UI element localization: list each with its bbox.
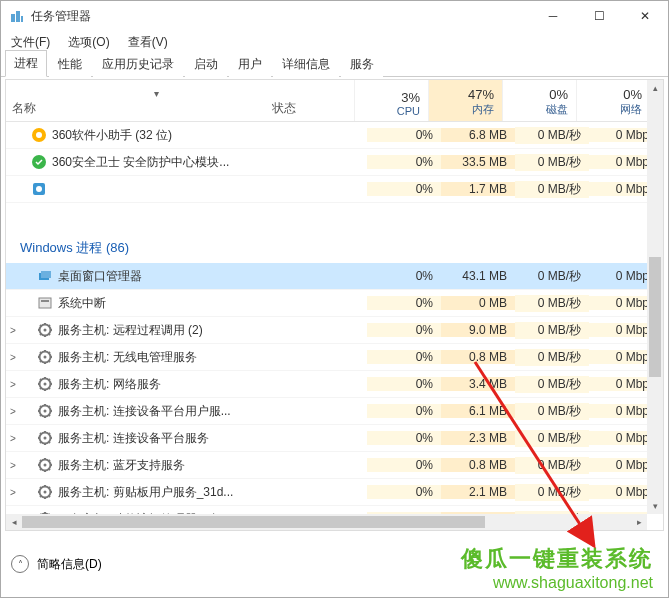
cell-disk: 0 MB/秒 bbox=[515, 403, 589, 420]
app-icon bbox=[9, 8, 25, 24]
cell-cpu: 0% bbox=[367, 431, 441, 445]
expand-icon[interactable]: > bbox=[6, 487, 20, 498]
maximize-button[interactable]: ☐ bbox=[576, 1, 622, 31]
disk-label: 磁盘 bbox=[546, 102, 568, 117]
svg-point-43 bbox=[44, 410, 47, 413]
table-row[interactable]: 360软件小助手 (32 位)0%6.8 MB0 MB/秒0 Mbps bbox=[6, 122, 663, 149]
tab-services[interactable]: 服务 bbox=[341, 51, 383, 77]
svg-line-41 bbox=[49, 379, 51, 381]
expand-icon[interactable]: > bbox=[6, 460, 20, 471]
svg-rect-1 bbox=[16, 11, 20, 22]
process-name: 服务主机: 连接设备平台服务 bbox=[58, 430, 367, 447]
column-headers: ▾ 名称 状态 3% CPU 47% 内存 0% 磁盘 0% 网络 bbox=[6, 80, 663, 122]
svg-line-50 bbox=[40, 415, 42, 417]
process-name: 服务主机: 远程过程调用 (2) bbox=[58, 322, 367, 339]
scrollbar-horizontal[interactable]: ◂ ▸ bbox=[6, 514, 647, 530]
window-buttons: ─ ☐ ✕ bbox=[530, 1, 668, 31]
tab-startup[interactable]: 启动 bbox=[185, 51, 227, 77]
scroll-v-thumb[interactable] bbox=[649, 257, 661, 378]
watermark-title: 傻瓜一键重装系统 bbox=[461, 544, 653, 574]
close-button[interactable]: ✕ bbox=[622, 1, 668, 31]
cell-mem: 43.1 MB bbox=[441, 269, 515, 283]
col-net[interactable]: 0% 网络 bbox=[576, 80, 650, 121]
scroll-h-track[interactable] bbox=[22, 514, 631, 530]
table-row[interactable]: >服务主机: 无线电管理服务0%0.8 MB0 MB/秒0 Mbps bbox=[6, 344, 663, 371]
cell-cpu: 0% bbox=[367, 296, 441, 310]
process-icon bbox=[36, 483, 54, 501]
svg-line-30 bbox=[40, 361, 42, 363]
tab-users[interactable]: 用户 bbox=[229, 51, 271, 77]
menu-options[interactable]: 选项(O) bbox=[64, 32, 113, 53]
col-name[interactable]: 名称 bbox=[6, 80, 266, 121]
expand-icon[interactable]: > bbox=[6, 433, 20, 444]
scroll-up-icon[interactable]: ▴ bbox=[647, 80, 663, 96]
cell-mem: 0.8 MB bbox=[441, 458, 515, 472]
table-row[interactable]: >服务主机: 蓝牙支持服务0%0.8 MB0 MB/秒0 Mbps bbox=[6, 452, 663, 479]
table-row[interactable]: >服务主机: 剪贴板用户服务_31d...0%2.1 MB0 MB/秒0 Mbp… bbox=[6, 479, 663, 506]
svg-point-23 bbox=[44, 356, 47, 359]
svg-rect-2 bbox=[21, 16, 23, 22]
minimize-button[interactable]: ─ bbox=[530, 1, 576, 31]
expand-icon[interactable]: > bbox=[6, 379, 20, 390]
col-disk[interactable]: 0% 磁盘 bbox=[502, 80, 576, 121]
process-icon bbox=[36, 294, 54, 312]
collapse-icon[interactable]: ˄ bbox=[11, 555, 29, 573]
table-row[interactable]: 360安全卫士 安全防护中心模块...0%33.5 MB0 MB/秒0 Mbps bbox=[6, 149, 663, 176]
cell-cpu: 0% bbox=[367, 155, 441, 169]
tab-processes[interactable]: 进程 bbox=[5, 50, 47, 77]
cell-mem: 6.1 MB bbox=[441, 404, 515, 418]
col-mem[interactable]: 47% 内存 bbox=[428, 80, 502, 121]
menu-view[interactable]: 查看(V) bbox=[124, 32, 172, 53]
table-row[interactable]: >服务主机: 连接设备平台用户服...0%6.1 MB0 MB/秒0 Mbps bbox=[6, 398, 663, 425]
brief-info-link[interactable]: 简略信息(D) bbox=[37, 556, 102, 573]
cell-mem: 3.4 MB bbox=[441, 377, 515, 391]
svg-line-80 bbox=[40, 496, 42, 498]
scroll-v-track[interactable] bbox=[647, 96, 663, 498]
table-row[interactable]: 桌面窗口管理器0%43.1 MB0 MB/秒0 Mbps bbox=[6, 263, 663, 290]
expand-icon[interactable]: > bbox=[6, 406, 20, 417]
process-name: 系统中断 bbox=[58, 295, 367, 312]
svg-line-51 bbox=[49, 406, 51, 408]
process-icon bbox=[30, 153, 48, 171]
svg-line-70 bbox=[40, 469, 42, 471]
table-row[interactable]: >服务主机: 功能访问管理器服务0%1.1 MB0 MB/秒0 Mbps bbox=[6, 506, 663, 514]
cell-disk: 0 MB/秒 bbox=[515, 457, 589, 474]
cell-disk: 0 MB/秒 bbox=[515, 181, 589, 198]
scrollbar-vertical[interactable]: ▴ ▾ bbox=[647, 80, 663, 514]
process-grid: ▾ 名称 状态 3% CPU 47% 内存 0% 磁盘 0% 网络 360软件小… bbox=[5, 79, 664, 531]
svg-point-7 bbox=[36, 186, 42, 192]
process-name: 服务主机: 剪贴板用户服务_31d... bbox=[58, 484, 367, 501]
svg-line-18 bbox=[40, 325, 42, 327]
net-pct: 0% bbox=[623, 87, 642, 102]
group-header[interactable]: Windows 进程 (86) bbox=[6, 233, 663, 263]
cell-disk: 0 MB/秒 bbox=[515, 295, 589, 312]
table-row[interactable]: 系统中断0%0 MB0 MB/秒0 Mbps bbox=[6, 290, 663, 317]
tab-performance[interactable]: 性能 bbox=[49, 51, 91, 77]
cell-disk: 0 MB/秒 bbox=[515, 484, 589, 501]
expand-icon[interactable]: > bbox=[6, 352, 20, 363]
scroll-down-icon[interactable]: ▾ bbox=[647, 498, 663, 514]
cell-mem: 0.8 MB bbox=[441, 350, 515, 364]
table-row[interactable]: >服务主机: 远程过程调用 (2)0%9.0 MB0 MB/秒0 Mbps bbox=[6, 317, 663, 344]
table-row[interactable]: >服务主机: 连接设备平台服务0%2.3 MB0 MB/秒0 Mbps bbox=[6, 425, 663, 452]
svg-line-38 bbox=[40, 379, 42, 381]
table-row[interactable]: >服务主机: 网络服务0%3.4 MB0 MB/秒0 Mbps bbox=[6, 371, 663, 398]
mem-pct: 47% bbox=[468, 87, 494, 102]
col-status[interactable]: 状态 bbox=[266, 80, 354, 121]
svg-rect-11 bbox=[41, 300, 49, 302]
scroll-right-icon[interactable]: ▸ bbox=[631, 514, 647, 530]
chevron-down-icon[interactable]: ▾ bbox=[154, 88, 159, 99]
tab-details[interactable]: 详细信息 bbox=[273, 51, 339, 77]
col-cpu[interactable]: 3% CPU bbox=[354, 80, 428, 121]
tab-history[interactable]: 应用历史记录 bbox=[93, 51, 183, 77]
scroll-h-thumb[interactable] bbox=[22, 516, 485, 528]
cell-mem: 6.8 MB bbox=[441, 128, 515, 142]
expand-icon[interactable]: > bbox=[6, 325, 20, 336]
svg-line-39 bbox=[49, 388, 51, 390]
svg-line-29 bbox=[49, 361, 51, 363]
svg-line-19 bbox=[49, 334, 51, 336]
cell-cpu: 0% bbox=[367, 485, 441, 499]
table-row[interactable]: 0%1.7 MB0 MB/秒0 Mbps bbox=[6, 176, 663, 203]
titlebar[interactable]: 任务管理器 ─ ☐ ✕ bbox=[1, 1, 668, 31]
scroll-left-icon[interactable]: ◂ bbox=[6, 514, 22, 530]
